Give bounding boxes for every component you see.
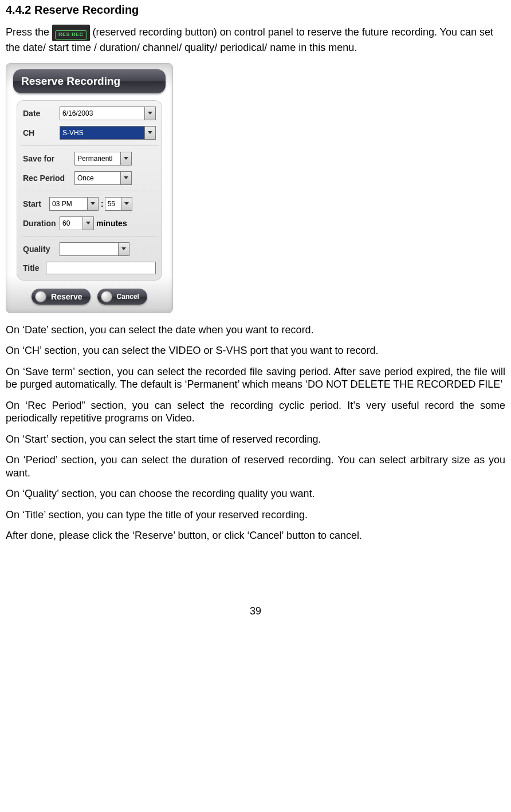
duration-dropdown[interactable]: 60	[60, 216, 94, 230]
paragraph-start: On ‘Start’ section, you can select the s…	[6, 433, 505, 446]
paragraph-quality: On ‘Quality’ section, you can choose the…	[6, 487, 505, 500]
cancel-button-label: Cancel	[117, 293, 139, 301]
start-min-dropdown[interactable]: 55	[105, 197, 132, 211]
button-bullet-icon	[101, 291, 112, 302]
svg-marker-7	[121, 247, 126, 250]
intro-before: Press the	[6, 26, 52, 38]
start-min-value: 55	[105, 200, 121, 208]
svg-marker-0	[148, 112, 152, 115]
paragraph-save-term: On ‘Save term’ section, you can select t…	[6, 365, 505, 391]
divider	[21, 236, 158, 236]
divider	[21, 191, 158, 191]
duration-value: 60	[60, 219, 82, 227]
row-start: Start 03 PM : 55	[23, 197, 156, 211]
row-quality: Quality	[23, 242, 156, 256]
paragraph-rec-period: On ‘Rec Period” section, you can select …	[6, 399, 505, 425]
quality-dropdown[interactable]	[60, 242, 129, 256]
svg-marker-1	[148, 131, 152, 134]
label-quality: Quality	[23, 245, 60, 254]
paragraph-period: On ‘Period’ section, you can select the …	[6, 454, 505, 479]
rec-period-value: Once	[75, 174, 120, 182]
date-value: 6/16/2003	[60, 109, 144, 117]
chevron-down-icon[interactable]	[144, 127, 155, 139]
row-duration: Duration 60 minutes	[23, 216, 156, 230]
save-for-value: Permanentl	[75, 155, 120, 163]
chevron-down-icon[interactable]	[87, 198, 98, 210]
chevron-down-icon[interactable]	[82, 217, 93, 230]
chevron-down-icon[interactable]	[118, 243, 129, 255]
reserve-recording-dialog: Reserve Recording Date 6/16/2003 CH S-VH…	[6, 63, 173, 313]
paragraph-done: After done, please click the ‘Reserve’ b…	[6, 529, 505, 542]
svg-marker-2	[124, 157, 128, 160]
chevron-down-icon[interactable]	[144, 107, 155, 120]
label-title: Title	[23, 263, 46, 273]
save-for-dropdown[interactable]: Permanentl	[74, 152, 132, 165]
start-hour-dropdown[interactable]: 03 PM	[49, 197, 99, 211]
label-start: Start	[23, 199, 49, 208]
paragraph-title: On ‘Title’ section, you can type the tit…	[6, 509, 505, 522]
label-rec-period: Rec Period	[23, 174, 74, 183]
paragraph-ch: On ‘CH’ section, you can select the VIDE…	[6, 344, 505, 357]
row-ch: CH S-VHS	[23, 126, 156, 140]
label-save-for: Save for	[23, 154, 74, 163]
ch-value: S-VHS	[60, 129, 144, 137]
duration-unit: minutes	[96, 219, 127, 228]
chevron-down-icon[interactable]	[120, 152, 131, 165]
row-rec-period: Rec Period Once	[23, 171, 156, 185]
divider	[21, 145, 158, 146]
label-duration: Duration	[23, 219, 60, 228]
start-min-prefix: :	[101, 199, 104, 208]
res-rec-label: RES REC	[55, 30, 87, 40]
svg-marker-6	[86, 222, 91, 224]
chevron-down-icon[interactable]	[121, 198, 132, 210]
title-input[interactable]	[46, 262, 156, 274]
dialog-buttons: Reserve Cancel	[17, 289, 162, 305]
svg-marker-5	[124, 202, 129, 205]
section-heading: 4.4.2 Reserve Recording	[6, 3, 505, 17]
res-rec-button-icon: RES REC	[52, 25, 90, 41]
label-ch: CH	[23, 128, 60, 137]
reserve-button-label: Reserve	[51, 292, 82, 301]
row-title: Title	[23, 262, 156, 274]
svg-marker-3	[124, 176, 128, 179]
ch-dropdown[interactable]: S-VHS	[60, 126, 156, 140]
page-number: 39	[6, 605, 505, 617]
svg-marker-4	[91, 202, 95, 205]
label-date: Date	[23, 109, 60, 118]
chevron-down-icon[interactable]	[120, 172, 131, 184]
reserve-button[interactable]: Reserve	[32, 289, 91, 305]
date-dropdown[interactable]: 6/16/2003	[60, 107, 156, 120]
dialog-title: Reserve Recording	[13, 69, 166, 93]
button-bullet-icon	[35, 291, 46, 302]
row-save-for: Save for Permanentl	[23, 152, 156, 165]
paragraph-date: On ‘Date’ section, you can select the da…	[6, 324, 505, 337]
cancel-button[interactable]: Cancel	[97, 289, 147, 305]
intro-paragraph: Press the RES REC (reserved recording bu…	[6, 25, 505, 55]
row-date: Date 6/16/2003	[23, 107, 156, 120]
dialog-form: Date 6/16/2003 CH S-VHS Save for Permane…	[17, 100, 162, 281]
start-hour-value: 03 PM	[50, 200, 87, 208]
rec-period-dropdown[interactable]: Once	[74, 171, 132, 185]
